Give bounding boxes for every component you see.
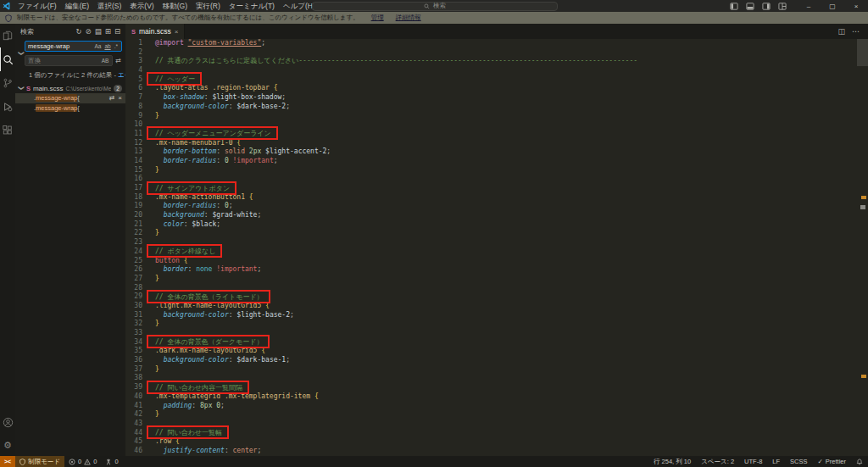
code-line-8: 8 background-color: $dark-base-2; <box>125 103 868 112</box>
result-count-badge: 2 <box>114 85 122 92</box>
shield-small-icon <box>19 459 25 465</box>
match-list: .message-wrap {⇄×.message-wrap { <box>15 93 125 113</box>
regex-icon[interactable]: .* <box>114 43 119 49</box>
tab-close-icon[interactable]: × <box>175 28 179 36</box>
restricted-mode-label: 制限モード <box>28 458 60 466</box>
result-file-path: C:\Users\kento\Mendix... <box>65 86 111 92</box>
restricted-mode-banner: 制限モードは、安全なコード参照のためのものです。すべての機能を有効にするには、こ… <box>0 12 868 24</box>
menu-item-4[interactable]: 移動(G) <box>159 0 192 12</box>
tab-bar: S main.scss × ◫ ⋯ <box>125 24 868 39</box>
toggle-secondary-sidebar-icon[interactable] <box>762 3 771 10</box>
line-number: 38 <box>125 374 142 383</box>
replace-input[interactable]: 置換 AB <box>25 55 113 66</box>
line-number: 7 <box>125 93 142 103</box>
settings-gear-icon[interactable]: ⚙ <box>0 434 15 456</box>
vscode-logo-icon <box>0 0 14 12</box>
banner-manage-link[interactable]: 管理 <box>371 14 384 22</box>
code-line-21: 21 color: $black; <box>125 220 868 230</box>
extensions-icon[interactable] <box>0 119 15 142</box>
ports-status[interactable]: 0 <box>101 456 122 467</box>
notifications-bell[interactable] <box>851 456 868 467</box>
maximize-button[interactable]: ▢ <box>821 0 844 12</box>
editor-scrollbar[interactable] <box>857 39 868 66</box>
restricted-mode-status[interactable]: 制限モード <box>15 456 64 467</box>
code-line-15: 15} <box>125 166 868 175</box>
customize-layout-icon[interactable] <box>778 3 787 10</box>
menu-item-3[interactable]: 表示(V) <box>125 0 158 12</box>
preserve-case-icon[interactable]: AB <box>101 58 110 64</box>
explorer-icon[interactable] <box>0 24 15 47</box>
problems-status[interactable]: 0 0 <box>64 456 101 467</box>
code-line-1: 1@import "custom-variables"; <box>125 39 868 48</box>
open-search-editor-icon[interactable]: ▤ <box>95 27 102 36</box>
line-number: 33 <box>125 329 142 338</box>
minimize-button[interactable]: – <box>797 0 821 12</box>
menu-item-0[interactable]: ファイル(F) <box>14 0 61 12</box>
menu-item-2[interactable]: 選択(S) <box>93 0 125 12</box>
remote-icon: >< <box>4 459 11 464</box>
close-button[interactable]: × <box>844 0 868 12</box>
replace-placeholder: 置換 <box>28 57 99 65</box>
line-number: 34 <box>125 338 142 347</box>
line-number: 11 <box>125 130 142 139</box>
split-editor-icon[interactable]: ◫ <box>837 27 845 36</box>
view-as-tree-icon[interactable]: ⊞ <box>105 27 111 36</box>
code-editor[interactable]: 1@import "custom-variables";23// 共通のクラスは… <box>125 39 868 456</box>
scss-tab-icon: S <box>131 28 136 36</box>
eol-status[interactable]: LF <box>767 456 785 467</box>
line-number: 1 <box>125 39 142 48</box>
cursor-position[interactable]: 行 254, 列 10 <box>648 456 696 467</box>
code-line-23: 23 <box>125 238 868 247</box>
red-annotation-box: // 全体の背景色（ライトモード） <box>147 290 270 303</box>
language-mode-status[interactable]: SCSS <box>785 456 812 467</box>
account-icon[interactable] <box>0 410 15 434</box>
indentation-status[interactable]: スペース: 2 <box>696 456 739 467</box>
toggle-sidebar-icon[interactable] <box>730 3 738 10</box>
line-number: 36 <box>125 356 142 365</box>
toggle-replace-chevron-icon[interactable]: ❯ <box>17 41 25 66</box>
ports-count: 0 <box>114 458 118 465</box>
menu-item-5[interactable]: 実行(R) <box>192 0 225 12</box>
menu-item-6[interactable]: ターミナル(T) <box>225 0 279 12</box>
code-line-6: 6.layout-atlas .region-topbar { <box>125 84 868 93</box>
menu-item-1[interactable]: 編集(E) <box>61 0 93 12</box>
more-actions-icon[interactable]: ⋯ <box>852 27 860 36</box>
code-line-29: 29// 全体の背景色（ライトモード） <box>125 292 868 302</box>
line-number: 19 <box>125 202 142 211</box>
line-number: 6 <box>125 84 142 93</box>
line-number: 22 <box>125 229 142 238</box>
code-line-26: 26 border: none !important; <box>125 265 868 275</box>
dismiss-match-icon[interactable]: × <box>118 94 122 102</box>
refresh-icon[interactable]: ↻ <box>75 27 81 36</box>
search-view-icon[interactable] <box>0 47 15 71</box>
replace-match-icon[interactable]: ⇄ <box>109 94 115 102</box>
collapse-all-icon[interactable]: ⊟ <box>114 27 120 36</box>
replace-all-icon[interactable]: ⇄ <box>114 57 122 64</box>
match-row-0[interactable]: .message-wrap {⇄× <box>15 93 125 103</box>
clear-search-results-icon[interactable]: ⊘ <box>86 27 92 36</box>
encoding-status[interactable]: UTF-8 <box>739 456 767 467</box>
code-line-36: 36 background-color: $dark-base-1; <box>125 356 868 365</box>
whole-word-icon[interactable]: ab <box>103 43 111 49</box>
formatter-status[interactable]: ✓ Prettier <box>813 456 851 467</box>
code-line-34: 34// 全体の背景色（ダークモード） <box>125 338 868 347</box>
banner-details-link[interactable]: 詳細情報 <box>396 14 421 22</box>
code-lines: 1@import "custom-variables";23// 共通のクラスは… <box>125 39 868 456</box>
code-line-20: 20 background: $grad-white; <box>125 211 868 220</box>
match-row-1[interactable]: .message-wrap { <box>15 103 125 114</box>
tab-main-scss[interactable]: S main.scss × <box>125 24 185 39</box>
line-number: 32 <box>125 320 142 329</box>
toggle-panel-icon[interactable] <box>746 3 754 10</box>
line-number: 30 <box>125 302 142 311</box>
command-center-search[interactable]: 検索 <box>312 2 558 11</box>
line-number: 43 <box>125 420 142 429</box>
search-input[interactable]: message-wrap Aa ab .* <box>25 41 122 52</box>
run-debug-icon[interactable] <box>0 95 15 119</box>
match-case-icon[interactable]: Aa <box>93 43 102 49</box>
remote-indicator[interactable]: >< <box>0 456 15 467</box>
source-control-icon[interactable] <box>0 71 15 95</box>
red-annotation-box: // 全体の背景色（ダークモード） <box>147 335 270 348</box>
code-line-31: 31 background-color: $light-base-2; <box>125 311 868 320</box>
result-file-row[interactable]: ❯ S main.scss C:\Users\kento\Mendix... 2 <box>15 83 125 93</box>
code-line-42: 42} <box>125 410 868 420</box>
